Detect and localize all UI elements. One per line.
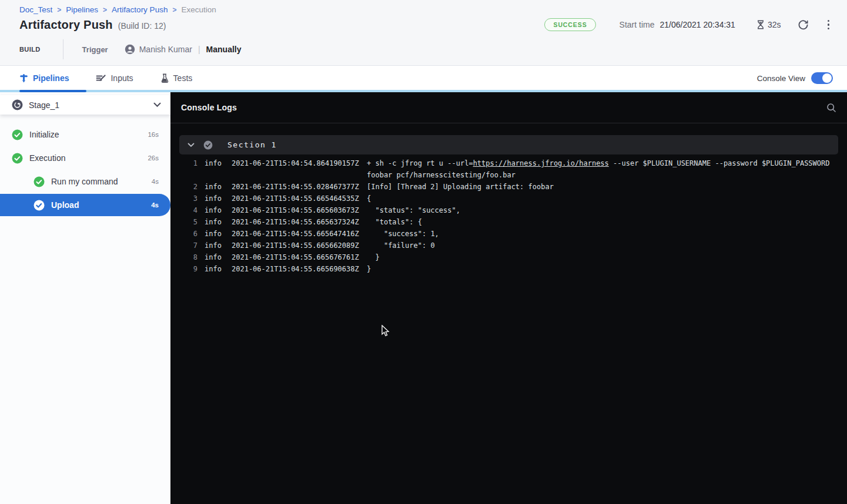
chevron-down-icon <box>153 102 161 107</box>
trigger-user-name: Manish Kumar <box>139 45 192 54</box>
breadcrumb-pipeline-name[interactable]: Artifactory Push <box>112 5 168 14</box>
breadcrumb-separator: > <box>103 6 107 14</box>
step-initialize[interactable]: Initialize 16s <box>0 123 170 146</box>
log-level: info <box>197 263 232 275</box>
log-line: 5 info 2021-06-21T15:04:55.665637324Z "t… <box>170 216 847 228</box>
step-execution[interactable]: Execution 26s <box>0 146 170 170</box>
log-timestamp: 2021-06-21T15:04:55.665690638Z <box>232 263 367 275</box>
start-time-label: Start time <box>620 20 655 29</box>
trigger-type: Manually <box>206 45 242 54</box>
log-message: "success": 1, <box>367 228 842 240</box>
stage-name: Stage_1 <box>29 100 59 110</box>
breadcrumb-project[interactable]: Doc_Test <box>19 5 52 14</box>
log-message: "failure": 0 <box>367 240 842 251</box>
breadcrumb-separator: > <box>172 6 176 14</box>
log-timestamp: 2021-06-21T15:04:55.665662089Z <box>232 240 367 251</box>
console-title: Console Logs <box>181 103 237 112</box>
step-duration: 4s <box>151 201 159 209</box>
log-url-link[interactable]: https://harness.jfrog.io/harness <box>473 159 609 167</box>
page-header: Doc_Test > Pipelines > Artifactory Push … <box>0 0 847 66</box>
tab-pipelines[interactable]: Pipelines <box>19 66 82 90</box>
log-level: info <box>197 228 232 240</box>
log-line-number: 3 <box>186 193 197 204</box>
divider <box>63 39 63 59</box>
hourglass-icon <box>756 20 765 29</box>
tab-tests[interactable]: Tests <box>160 66 206 90</box>
log-level: info <box>197 181 232 193</box>
success-check-icon <box>34 176 45 187</box>
section-success-icon <box>203 140 213 150</box>
tab-label: Pipelines <box>33 73 69 83</box>
log-message: } <box>367 251 842 263</box>
log-level: info <box>197 157 232 181</box>
success-check-icon <box>12 129 23 140</box>
log-line: 2 info 2021-06-21T15:04:55.028467377Z [I… <box>170 181 847 193</box>
refresh-button[interactable] <box>798 19 809 31</box>
duration-text: 32s <box>768 20 781 29</box>
log-message: } <box>367 263 842 275</box>
success-check-icon <box>12 153 23 164</box>
inputs-icon <box>96 73 106 83</box>
console-view-toggle[interactable] <box>811 72 833 84</box>
log-timestamp: 2021-06-21T15:04:55.665637324Z <box>232 216 367 228</box>
log-line-number: 4 <box>186 204 197 216</box>
trigger-label: Trigger <box>82 45 108 54</box>
step-duration: 16s <box>148 131 159 138</box>
more-options-button[interactable] <box>825 19 832 31</box>
avatar-icon <box>125 44 135 55</box>
execution-sidebar: Stage_1 Initialize 16s Execution 26s Run… <box>0 92 170 504</box>
section-title: Section 1 <box>227 140 277 149</box>
header-actions: SUCCESS Start time 21/06/2021 20:34:31 3… <box>544 18 832 31</box>
step-run-my-command[interactable]: Run my command 4s <box>0 170 170 193</box>
log-line: 7 info 2021-06-21T15:04:55.665662089Z "f… <box>170 240 847 251</box>
log-message: "status": "success", <box>367 204 842 216</box>
start-time-value: 21/06/2021 20:34:31 <box>659 20 735 29</box>
title-row: Artifactory Push (Build ID: 12) <box>19 18 166 32</box>
step-duration: 26s <box>148 154 159 162</box>
console-panel: Console Logs Section 1 1 info 2021-06-21… <box>170 92 847 504</box>
page-title: Artifactory Push <box>19 18 113 32</box>
breadcrumb-current: Execution <box>181 5 216 14</box>
divider: | <box>198 45 200 54</box>
log-line: 1 info 2021-06-21T15:04:54.864190157Z + … <box>170 157 847 181</box>
tests-icon <box>160 73 169 83</box>
log-section-header[interactable]: Section 1 <box>179 135 838 154</box>
log-level: info <box>197 193 232 204</box>
log-level: info <box>197 240 232 251</box>
step-upload-selected[interactable]: Upload 4s <box>0 194 170 216</box>
search-icon[interactable] <box>826 103 836 113</box>
log-message: [Info] [Thread 2] Uploading artifact: fo… <box>367 181 842 193</box>
step-label: Initialize <box>29 130 59 139</box>
breadcrumb-pipelines[interactable]: Pipelines <box>66 5 98 14</box>
tab-label: Inputs <box>111 73 133 83</box>
log-timestamp: 2021-06-21T15:04:55.665603673Z <box>232 204 367 216</box>
stage-selector[interactable]: Stage_1 <box>0 95 170 115</box>
tab-inputs[interactable]: Inputs <box>96 66 146 90</box>
log-line-number: 9 <box>186 263 197 275</box>
build-label: BUILD <box>19 46 41 53</box>
log-level: info <box>197 204 232 216</box>
log-lines: 1 info 2021-06-21T15:04:54.864190157Z + … <box>170 154 847 275</box>
step-label: Upload <box>51 200 79 210</box>
stage-icon <box>12 99 23 110</box>
chevron-down-icon[interactable] <box>188 143 195 147</box>
step-label: Execution <box>29 153 65 163</box>
log-line: 9 info 2021-06-21T15:04:55.665690638Z } <box>170 263 847 275</box>
log-timestamp: 2021-06-21T15:04:55.665464535Z <box>232 193 367 204</box>
breadcrumb-separator: > <box>57 6 61 14</box>
log-message: + sh -c jfrog rt u --url=https://harness… <box>367 157 842 181</box>
log-line-number: 6 <box>186 228 197 240</box>
success-check-icon-selected <box>34 200 45 211</box>
tab-bar: Pipelines Inputs Tests Console View <box>0 66 847 92</box>
console-view-label: Console View <box>757 74 805 83</box>
console-header: Console Logs <box>170 92 847 123</box>
log-message: { <box>367 193 842 204</box>
log-line-number: 2 <box>186 181 197 193</box>
tab-label: Tests <box>173 73 193 83</box>
log-line: 8 info 2021-06-21T15:04:55.665676761Z } <box>170 251 847 263</box>
build-id: (Build ID: 12) <box>118 21 166 31</box>
status-badge: SUCCESS <box>544 18 595 31</box>
log-timestamp: 2021-06-21T15:04:54.864190157Z <box>232 157 367 181</box>
log-line: 6 info 2021-06-21T15:04:55.665647416Z "s… <box>170 228 847 240</box>
step-list: Initialize 16s Execution 26s Run my comm… <box>0 115 170 216</box>
